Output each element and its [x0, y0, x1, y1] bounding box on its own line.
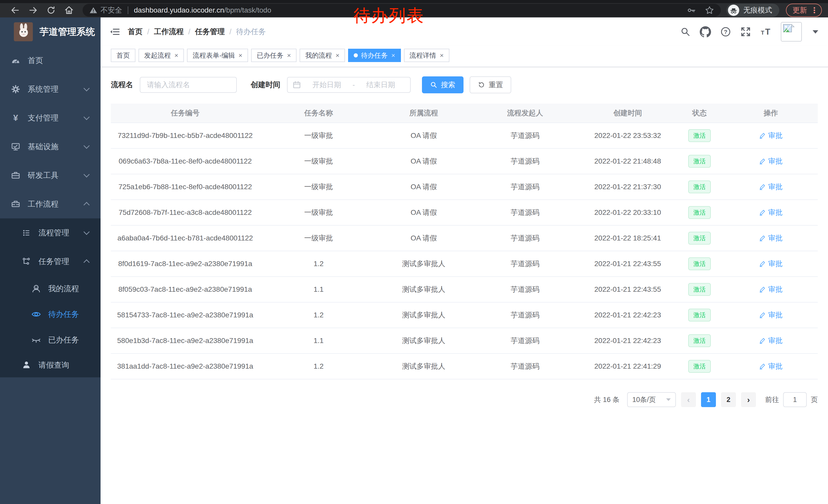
sidebar-item-label: 待办任务 [48, 309, 79, 320]
prev-page-arrow: ‹ [687, 395, 690, 405]
status-badge: 激活 [688, 206, 711, 219]
col-task-name: 任务名称 [259, 103, 378, 123]
breadcrumb-separator: / [188, 28, 190, 36]
sidebar-item-process-management[interactable]: 流程管理 [0, 218, 100, 247]
sidebar-item-leave-query[interactable]: 请假查询 [0, 353, 100, 377]
sidebar-item-label: 请假查询 [38, 360, 69, 370]
avatar-caret-down-icon[interactable] [813, 30, 818, 34]
tab-close-icon[interactable]: × [174, 51, 178, 59]
back-icon[interactable] [10, 5, 20, 15]
tab-close-icon[interactable]: × [335, 51, 339, 59]
briefcase-icon [11, 171, 20, 180]
page-button-2[interactable]: 2 [721, 392, 736, 407]
approve-link[interactable]: 审批 [759, 310, 783, 320]
cell-initiator: 芋道源码 [470, 123, 580, 148]
goto-page-input[interactable] [783, 392, 807, 407]
page-button-1[interactable]: 1 [701, 392, 716, 407]
approve-link[interactable]: 审批 [759, 131, 783, 140]
app-header: 首页 / 工作流程 / 任务管理 / 待办任务 ? [100, 17, 828, 46]
svg-text:¥: ¥ [13, 113, 18, 123]
process-name-input[interactable] [140, 77, 237, 93]
cell-task-name: 一级审批 [259, 148, 378, 174]
home-icon[interactable] [64, 5, 74, 15]
page-size-select[interactable]: 10条/页 [627, 392, 676, 407]
cell-initiator: 芋道源码 [470, 277, 580, 302]
approve-link[interactable]: 审批 [759, 362, 783, 371]
sidebar-item-task-management[interactable]: 任务管理 [0, 247, 100, 276]
cell-process: 测试多审批人 [378, 328, 470, 354]
sidebar-item-system[interactable]: 系统管理 [0, 75, 100, 103]
tab[interactable]: 我的流程 × [300, 49, 345, 62]
reload-icon[interactable] [46, 5, 56, 15]
sidebar-item-devtools[interactable]: 研发工具 [0, 161, 100, 190]
cell-initiator: 芋道源码 [470, 148, 580, 174]
reset-button[interactable]: 重置 [470, 77, 511, 93]
approve-link[interactable]: 审批 [759, 208, 783, 217]
sidebar-collapse-icon[interactable] [110, 27, 120, 37]
security-label[interactable]: 不安全 [100, 5, 122, 15]
date-range-picker[interactable]: 开始日期 - 结束日期 [287, 77, 411, 93]
approve-link[interactable]: 审批 [759, 284, 783, 294]
cell-task-id: 8f059c03-7ac8-11ec-a9e2-a2380e71991a [111, 277, 259, 302]
tab-close-icon[interactable]: × [391, 51, 395, 59]
search-button[interactable]: 搜索 [422, 77, 463, 93]
font-size-icon[interactable]: TT [760, 27, 772, 37]
forward-icon[interactable] [28, 5, 38, 15]
tab[interactable]: 发起流程 × [138, 49, 184, 62]
update-label[interactable]: 更新 [793, 5, 807, 15]
password-key-icon[interactable] [687, 6, 696, 15]
fullscreen-icon[interactable] [740, 27, 751, 37]
sidebar-item-infrastructure[interactable]: 基础设施 [0, 132, 100, 161]
app-logo-row[interactable]: 芋道管理系统 [0, 17, 100, 46]
header-actions: ? TT [680, 22, 818, 42]
incognito-icon [728, 5, 739, 16]
tab[interactable]: 首页 [111, 49, 135, 62]
tab-close-icon[interactable]: × [239, 51, 242, 59]
bookmark-star-icon[interactable] [705, 6, 714, 15]
breadcrumb-workflow[interactable]: 工作流程 [154, 27, 184, 37]
table-row: 8f0d1619-7ac8-11ec-a9e2-a2380e71991a 1.2… [111, 251, 818, 277]
edit-pencil-icon [759, 261, 766, 267]
browser-menu-dots-icon[interactable] [811, 6, 818, 15]
prev-page-button[interactable]: ‹ [681, 392, 696, 407]
cell-task-name: 一级审批 [259, 200, 378, 225]
col-create-time: 创建时间 [580, 103, 675, 123]
sidebar-item-todo-tasks[interactable]: 待办任务 [0, 302, 100, 327]
approve-link[interactable]: 审批 [759, 259, 783, 269]
approve-label: 审批 [768, 156, 783, 166]
search-icon[interactable] [680, 27, 691, 37]
breadcrumb-task-management[interactable]: 任务管理 [195, 27, 225, 37]
approve-link[interactable]: 审批 [759, 233, 783, 243]
tab-close-icon[interactable]: × [440, 51, 444, 59]
sidebar-item-done-tasks[interactable]: 已办任务 [0, 327, 100, 353]
tab[interactable]: 已办任务 × [251, 49, 296, 62]
chevron-up-icon [83, 259, 89, 265]
tab-close-icon[interactable]: × [287, 51, 291, 59]
next-page-button[interactable]: › [741, 392, 756, 407]
start-date-placeholder[interactable]: 开始日期 [302, 80, 351, 90]
breadcrumb-home[interactable]: 首页 [128, 27, 142, 37]
help-icon[interactable]: ? [720, 27, 731, 37]
browser-update-button[interactable]: 更新 [786, 4, 822, 17]
approve-link[interactable]: 审批 [759, 156, 783, 166]
tab[interactable]: 待办任务 × [348, 49, 401, 62]
approve-link[interactable]: 审批 [759, 182, 783, 192]
sidebar-item-my-process[interactable]: 我的流程 [0, 276, 100, 302]
edit-pencil-icon [759, 209, 766, 216]
eye-icon [31, 310, 41, 319]
approve-label: 审批 [768, 208, 783, 217]
tab[interactable]: 流程表单-编辑 × [187, 49, 248, 62]
sidebar-item-home[interactable]: 首页 [0, 46, 100, 75]
approve-label: 审批 [768, 182, 783, 192]
sidebar-item-workflow[interactable]: 工作流程 [0, 190, 100, 218]
status-badge: 激活 [688, 309, 711, 321]
approve-label: 审批 [768, 259, 783, 269]
incognito-badge: 无痕模式 [727, 4, 779, 17]
github-icon[interactable] [700, 26, 711, 37]
tab[interactable]: 流程详情 × [404, 49, 449, 62]
sidebar-item-payment[interactable]: ¥ 支付管理 [0, 103, 100, 132]
avatar[interactable] [781, 22, 802, 42]
cell-process: 测试多审批人 [378, 277, 470, 302]
end-date-placeholder[interactable]: 结束日期 [357, 80, 405, 90]
approve-link[interactable]: 审批 [759, 336, 783, 346]
